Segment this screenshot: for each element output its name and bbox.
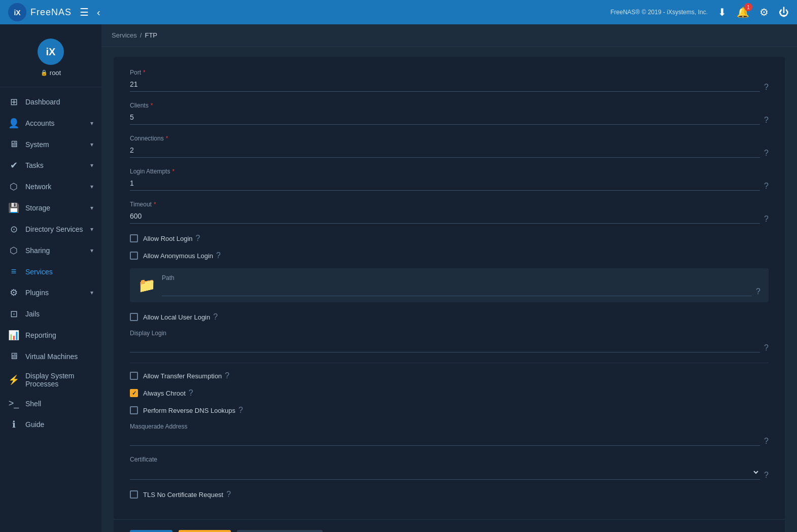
- port-input[interactable]: [130, 78, 760, 92]
- jails-icon: ⊡: [8, 308, 19, 320]
- sidebar-item-label: Virtual Machines: [25, 352, 78, 361]
- logo-area: iX FreeNAS: [8, 3, 72, 21]
- path-input[interactable]: [162, 283, 752, 296]
- breadcrumb-separator: /: [140, 31, 142, 39]
- sidebar-item-storage[interactable]: 💾 Storage ▾: [0, 197, 101, 219]
- certificate-field: Certificate ?: [130, 456, 769, 480]
- directory-services-icon: ⊙: [8, 224, 19, 235]
- sidebar-item-label: Guide: [25, 420, 44, 429]
- allow-anonymous-login-field: Allow Anonymous Login ?: [130, 251, 769, 260]
- sidebar-item-accounts[interactable]: 👤 Accounts ▾: [0, 113, 101, 134]
- allow-local-user-login-label: Allow Local User Login: [143, 313, 210, 321]
- allow-local-user-login-checkbox[interactable]: [130, 313, 138, 321]
- folder-icon: 📁: [138, 277, 156, 294]
- timeout-required: *: [154, 201, 156, 208]
- notifications-icon-btn[interactable]: 🔔 1: [737, 6, 749, 18]
- advanced-mode-button[interactable]: ADVANCED MODE: [237, 530, 322, 532]
- always-chroot-checkbox[interactable]: [130, 389, 138, 397]
- allow-root-login-field: Allow Root Login ?: [130, 234, 769, 243]
- header-right: FreeNAS® © 2019 - iXsystems, Inc. ⬇ 🔔 1 …: [610, 6, 789, 18]
- certificate-help-icon[interactable]: ?: [764, 471, 769, 480]
- services-icon: ≡: [8, 266, 19, 277]
- settings-icon-btn[interactable]: ⚙: [759, 6, 769, 18]
- sidebar-item-shell[interactable]: >_ Shell: [0, 393, 101, 414]
- perform-reverse-dns-lookups-help-icon[interactable]: ?: [238, 406, 243, 415]
- avatar: iX: [38, 39, 64, 65]
- clients-required: *: [151, 102, 153, 109]
- always-chroot-help-icon[interactable]: ?: [189, 388, 193, 398]
- allow-transfer-resumption-help-icon[interactable]: ?: [225, 371, 229, 380]
- sidebar-item-label: Network: [25, 183, 51, 191]
- sidebar-item-reporting[interactable]: 📊 Reporting: [0, 325, 101, 346]
- allow-anonymous-login-checkbox[interactable]: [130, 252, 138, 260]
- cancel-button[interactable]: CANCEL: [179, 530, 231, 532]
- sidebar-item-label: Directory Services: [25, 225, 83, 233]
- virtual-machines-icon: 🖥: [8, 351, 19, 362]
- save-button[interactable]: SAVE: [130, 530, 172, 532]
- login-attempts-help-icon[interactable]: ?: [764, 182, 769, 191]
- breadcrumb-parent[interactable]: Services: [112, 31, 137, 39]
- display-login-field: Display Login ?: [130, 330, 769, 352]
- sharing-icon: ⬡: [8, 245, 19, 256]
- allow-anonymous-login-help-icon[interactable]: ?: [216, 251, 221, 260]
- masquerade-address-help-icon[interactable]: ?: [764, 437, 769, 446]
- guide-icon: ℹ: [8, 419, 19, 430]
- login-attempts-input[interactable]: [130, 177, 760, 191]
- masquerade-address-field: Masquerade Address ?: [130, 423, 769, 446]
- sidebar-item-network[interactable]: ⬡ Network ▾: [0, 176, 101, 197]
- timeout-input[interactable]: [130, 210, 760, 224]
- port-field: Port * ?: [130, 69, 769, 92]
- accounts-icon: 👤: [8, 118, 19, 129]
- sidebar-item-label: Shell: [25, 400, 41, 408]
- certificate-label: Certificate: [130, 456, 157, 463]
- clients-input[interactable]: [130, 111, 760, 125]
- sidebar-item-label: Accounts: [25, 119, 55, 127]
- allow-transfer-resumption-checkbox[interactable]: [130, 372, 138, 380]
- tls-no-cert-request-help-icon[interactable]: ?: [226, 490, 231, 499]
- sidebar-item-system[interactable]: 🖥 System ▾: [0, 134, 101, 155]
- certificate-select[interactable]: [130, 465, 760, 480]
- perform-reverse-dns-lookups-checkbox[interactable]: [130, 406, 138, 414]
- dashboard-icon: ⊞: [8, 96, 19, 108]
- masquerade-address-label: Masquerade Address: [130, 423, 187, 430]
- sidebar-item-display-system-processes[interactable]: ⚡ Display System Processes: [0, 367, 101, 393]
- port-label: Port: [130, 69, 141, 76]
- connections-help-icon[interactable]: ?: [764, 149, 769, 158]
- connections-input[interactable]: [130, 144, 760, 158]
- login-attempts-field: Login Attempts * ?: [130, 168, 769, 191]
- content-area: Port * ? Clients * ?: [101, 47, 797, 532]
- allow-local-user-login-help-icon[interactable]: ?: [213, 312, 218, 322]
- sidebar-item-sharing[interactable]: ⬡ Sharing ▾: [0, 240, 101, 261]
- user-section: iX 🔒 root: [0, 32, 101, 87]
- sidebar-item-guide[interactable]: ℹ Guide: [0, 414, 101, 435]
- allow-root-login-help-icon[interactable]: ?: [196, 234, 200, 243]
- sidebar-item-virtual-machines[interactable]: 🖥 Virtual Machines: [0, 346, 101, 367]
- clients-field: Clients * ?: [130, 102, 769, 125]
- back-icon[interactable]: ‹: [97, 7, 100, 18]
- path-help-icon[interactable]: ?: [756, 287, 760, 296]
- perform-reverse-dns-lookups-label: Perform Reverse DNS Lookups: [143, 407, 235, 414]
- connections-label: Connections: [130, 135, 164, 142]
- sidebar-item-services[interactable]: ≡ Services: [0, 261, 101, 282]
- sidebar-item-tasks[interactable]: ✔ Tasks ▾: [0, 155, 101, 176]
- display-system-processes-icon: ⚡: [8, 374, 19, 385]
- sidebar-item-plugins[interactable]: ⚙ Plugins ▾: [0, 282, 101, 303]
- display-login-help-icon[interactable]: ?: [764, 343, 769, 352]
- sidebar-item-directory-services[interactable]: ⊙ Directory Services ▾: [0, 219, 101, 240]
- allow-anonymous-login-label: Allow Anonymous Login: [143, 252, 213, 260]
- power-icon-btn[interactable]: ⏻: [779, 7, 789, 18]
- timeout-help-icon[interactable]: ?: [764, 215, 769, 224]
- sidebar-item-jails[interactable]: ⊡ Jails: [0, 303, 101, 325]
- hamburger-menu-icon[interactable]: ☰: [80, 6, 89, 18]
- username: 🔒 root: [41, 69, 61, 77]
- sidebar-item-label: Storage: [25, 204, 50, 212]
- connections-field: Connections * ?: [130, 135, 769, 158]
- download-icon-btn[interactable]: ⬇: [718, 6, 726, 18]
- display-login-input[interactable]: [130, 339, 760, 352]
- clients-help-icon[interactable]: ?: [764, 116, 769, 125]
- masquerade-address-input[interactable]: [130, 432, 760, 446]
- tls-no-cert-request-checkbox[interactable]: [130, 490, 138, 499]
- allow-root-login-checkbox[interactable]: [130, 234, 138, 242]
- sidebar-item-dashboard[interactable]: ⊞ Dashboard: [0, 91, 101, 113]
- port-help-icon[interactable]: ?: [764, 83, 769, 92]
